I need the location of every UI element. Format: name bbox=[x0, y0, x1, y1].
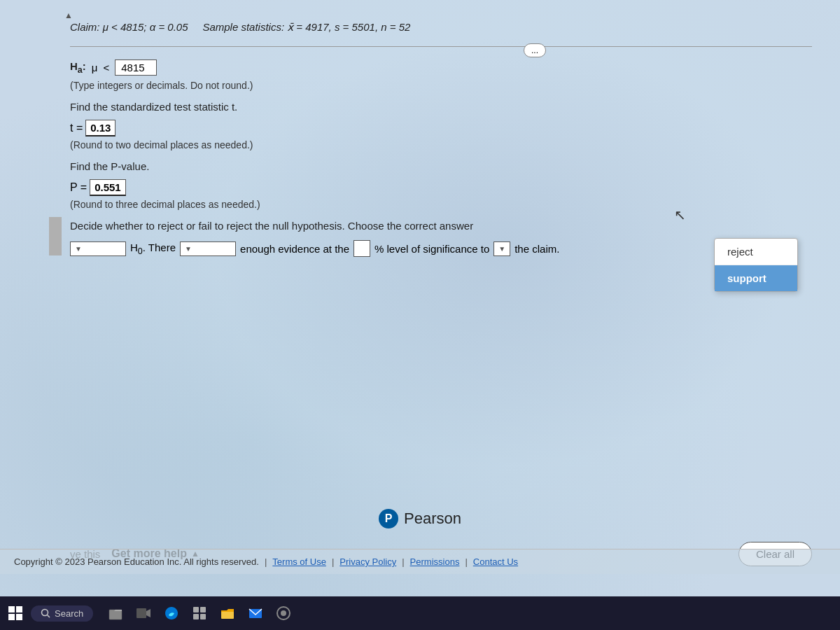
h0-sentence-row: ▼ H0. There ▼ enough evidence at the % l… bbox=[70, 240, 812, 257]
start-button[interactable] bbox=[8, 606, 22, 620]
taskbar-icons bbox=[107, 605, 292, 622]
ha-operator: μ bbox=[92, 62, 98, 74]
popup-box: reject support bbox=[714, 238, 798, 292]
find-p-label: Find the P-value. bbox=[70, 160, 812, 172]
footer-sep-4: | bbox=[465, 556, 467, 567]
footer-sep-3: | bbox=[402, 556, 404, 567]
svg-marker-4 bbox=[146, 609, 150, 617]
more-options-button[interactable]: ... bbox=[524, 43, 546, 57]
dropdown-arrow-1: ▼ bbox=[75, 245, 82, 253]
round-t-note: (Round to two decimal places as needed.) bbox=[70, 139, 812, 150]
svg-rect-9 bbox=[221, 612, 234, 619]
percent-box[interactable] bbox=[354, 240, 370, 257]
decide-label: Decide whether to reject or fail to reje… bbox=[70, 220, 812, 232]
sample-stats-text: Sample statistics: x̄ = 4917, s = 5501, … bbox=[202, 21, 410, 33]
footer-contact-link[interactable]: Contact Us bbox=[473, 556, 518, 567]
footer-privacy-link[interactable]: Privacy Policy bbox=[340, 556, 396, 567]
svg-point-12 bbox=[281, 610, 286, 616]
ha-value-box: 4815 bbox=[115, 59, 157, 76]
search-box[interactable]: Search bbox=[31, 606, 93, 622]
dropdown-arrow-3: ▼ bbox=[498, 245, 505, 253]
pearson-logo-text: Pearson bbox=[404, 510, 461, 528]
h0-dropdown-2[interactable]: ▼ bbox=[180, 241, 236, 256]
h0-sub: 0 bbox=[138, 246, 143, 256]
svg-rect-5 bbox=[193, 607, 199, 612]
cursor-icon: ↖ bbox=[674, 206, 686, 223]
mail-icon[interactable] bbox=[247, 605, 264, 622]
search-icon bbox=[41, 608, 50, 618]
t-value[interactable]: 0.13 bbox=[85, 120, 115, 136]
ha-row: Ha: μ < 4815 bbox=[70, 59, 812, 76]
h0-suffix: % level of significance to bbox=[374, 243, 489, 255]
edge-icon[interactable] bbox=[163, 605, 180, 622]
pearson-logo-circle: P bbox=[379, 509, 398, 528]
claim-line: Claim: μ < 4815; α = 0.05 Sample statist… bbox=[70, 14, 812, 34]
svg-point-0 bbox=[42, 610, 48, 616]
h0-middle: enough evidence at the bbox=[240, 243, 349, 255]
footer-sep-1: | bbox=[265, 556, 267, 567]
popup-item-support[interactable]: support bbox=[715, 265, 797, 291]
svg-rect-3 bbox=[136, 608, 146, 618]
h0-prefix: H0. There bbox=[130, 241, 176, 256]
svg-rect-6 bbox=[200, 607, 206, 612]
dropdown-arrow-2: ▼ bbox=[185, 245, 192, 253]
taskbar: Search bbox=[0, 596, 840, 630]
divider bbox=[70, 46, 812, 47]
svg-rect-2 bbox=[109, 610, 122, 620]
popup-item-reject[interactable]: reject bbox=[715, 239, 797, 265]
p-value[interactable]: 0.551 bbox=[90, 179, 126, 196]
p-answer-row: P = 0.551 bbox=[70, 179, 812, 196]
p-label: P = bbox=[70, 181, 87, 194]
h0-dropdown-3[interactable]: ▼ bbox=[493, 241, 510, 256]
footer-sep-2: | bbox=[332, 556, 334, 567]
svg-rect-8 bbox=[200, 614, 206, 620]
video-icon[interactable] bbox=[135, 605, 152, 622]
round-p-note: (Round to three decimal places as needed… bbox=[70, 199, 812, 210]
type-note: (Type integers or decimals. Do not round… bbox=[70, 80, 812, 91]
h0-dropdown-1[interactable]: ▼ bbox=[70, 241, 126, 256]
t-label: t = bbox=[70, 122, 83, 134]
footer-permissions-link[interactable]: Permissions bbox=[410, 556, 460, 567]
folder-icon[interactable] bbox=[219, 605, 236, 622]
circle-icon[interactable] bbox=[275, 605, 292, 622]
file-manager-icon[interactable] bbox=[107, 605, 124, 622]
claim-text: Claim: μ < 4815; α = 0.05 bbox=[70, 21, 188, 33]
pearson-section: P Pearson bbox=[0, 509, 840, 528]
footer-copyright: Copyright © 2023 Pearson Education Inc. … bbox=[14, 556, 259, 567]
t-answer-row: t = 0.13 bbox=[70, 120, 812, 136]
ha-label: Ha: bbox=[70, 60, 86, 75]
footer: Copyright © 2023 Pearson Education Inc. … bbox=[0, 549, 840, 574]
sidebar-accent bbox=[49, 217, 62, 255]
svg-rect-7 bbox=[193, 614, 199, 620]
svg-line-1 bbox=[48, 615, 50, 618]
h0-end: the claim. bbox=[514, 243, 559, 255]
search-label: Search bbox=[55, 608, 83, 619]
ha-subscript: a bbox=[78, 65, 83, 75]
ha-comparison: < bbox=[103, 62, 109, 74]
footer-terms-link[interactable]: Terms of Use bbox=[272, 556, 326, 567]
scroll-up-indicator: ▲ bbox=[64, 10, 73, 20]
find-t-label: Find the standardized test statistic t. bbox=[70, 101, 812, 113]
main-content: Claim: μ < 4815; α = 0.05 Sample statist… bbox=[0, 0, 840, 257]
grid-icon[interactable] bbox=[191, 605, 208, 622]
